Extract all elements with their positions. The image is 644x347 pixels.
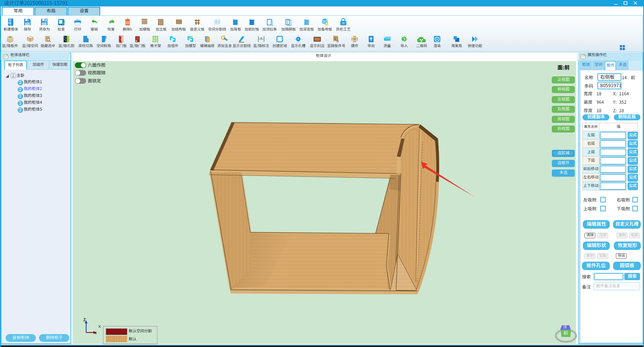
svg-text:1: 1: [334, 37, 336, 41]
